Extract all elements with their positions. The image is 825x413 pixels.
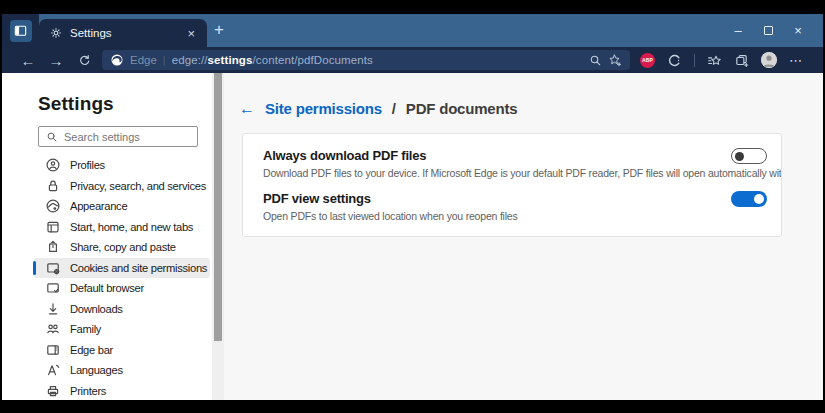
breadcrumb-current: PDF documents xyxy=(406,100,518,117)
family-icon xyxy=(45,321,61,337)
scrollbar-thumb[interactable] xyxy=(214,73,222,341)
sidebar-item-label: Printers xyxy=(70,385,106,397)
toolbar: ← → Edge | edge://settings/content/pdfDo… xyxy=(2,47,823,73)
page-title: Settings xyxy=(38,93,212,115)
vertical-tabs-icon xyxy=(13,23,28,38)
tab-title: Settings xyxy=(70,27,176,39)
address-bar[interactable]: Edge | edge://settings/content/pdfDocume… xyxy=(102,50,630,70)
sidebar-item-family[interactable]: Family xyxy=(34,319,210,340)
minimize-button[interactable]: – xyxy=(723,14,753,47)
tab-actions-area xyxy=(2,14,39,47)
sidebar-item-label: Profiles xyxy=(70,159,105,171)
settings-card: Always download PDF files Download PDF f… xyxy=(242,133,782,237)
page-content: Settings Profiles Privacy, search, and s… xyxy=(2,73,823,400)
toggle-switch[interactable] xyxy=(731,191,767,207)
breadcrumb-separator: / xyxy=(392,100,396,117)
adblock-extension-button[interactable]: ABP xyxy=(640,53,655,68)
url-separator: | xyxy=(163,54,166,66)
breadcrumb-back-button[interactable]: ← xyxy=(239,101,255,117)
setting-row: PDF view settings Open PDFs to last view… xyxy=(263,184,773,227)
sidebar-item-default-browser[interactable]: Default browser xyxy=(34,278,210,299)
sidebar-item-printers[interactable]: Printers xyxy=(34,381,210,401)
tab-settings[interactable]: Settings × xyxy=(39,19,207,47)
sidebar-item-label: Family xyxy=(70,323,101,335)
profile-avatar[interactable] xyxy=(761,52,777,68)
cookie-extension-button[interactable] xyxy=(667,53,682,68)
setting-description: Download PDF files to your device. If Mi… xyxy=(263,167,773,179)
add-favorite-button[interactable] xyxy=(608,53,622,67)
sidebar-item-appearance[interactable]: Appearance xyxy=(34,196,210,217)
sidebar-item-privacy-search-and-services[interactable]: Privacy, search, and services xyxy=(34,176,210,197)
setting-title: PDF view settings xyxy=(263,191,773,206)
refresh-button[interactable] xyxy=(70,54,98,67)
sidebar-item-label: Privacy, search, and services xyxy=(70,180,206,192)
sidebar-item-label: Edge bar xyxy=(70,344,113,356)
star-add-icon xyxy=(608,53,622,67)
printer-icon xyxy=(45,383,61,399)
page-icon xyxy=(45,219,61,235)
gear-icon xyxy=(50,27,62,39)
cookie-permissions-icon xyxy=(45,260,61,276)
sidebar-item-start-home-and-new-tabs[interactable]: Start, home, and new tabs xyxy=(34,217,210,238)
search-icon xyxy=(46,131,58,143)
tab-strip: Settings × + – × xyxy=(2,14,823,47)
edge-label: Edge xyxy=(130,54,157,66)
toolbar-extensions-area: ABP ⋯ xyxy=(640,52,803,68)
settings-sidebar: Settings Profiles Privacy, search, and s… xyxy=(2,73,212,400)
collections-button[interactable] xyxy=(734,53,749,68)
collections-icon xyxy=(734,53,749,68)
setting-row: Always download PDF files Download PDF f… xyxy=(263,141,773,184)
vertical-tabs-button[interactable] xyxy=(10,20,32,42)
breadcrumb: ← Site permissions / PDF documents xyxy=(239,100,823,117)
window-controls: – × xyxy=(723,14,813,47)
sidebar-item-share-copy-and-paste[interactable]: Share, copy and paste xyxy=(34,237,210,258)
avatar-person-icon xyxy=(761,52,777,68)
close-button[interactable]: × xyxy=(783,14,813,47)
maximize-icon xyxy=(764,26,773,35)
download-icon xyxy=(45,301,61,317)
sidebar-nav: Profiles Privacy, search, and services A… xyxy=(2,155,212,400)
forward-button[interactable]: → xyxy=(42,53,70,68)
person-icon xyxy=(45,157,61,173)
setting-title: Always download PDF files xyxy=(263,148,773,163)
browser-window: Settings × + – × ← → Edge | edge://setti… xyxy=(2,14,823,400)
new-tab-button[interactable]: + xyxy=(214,21,224,38)
sidebar-item-downloads[interactable]: Downloads xyxy=(34,299,210,320)
sidebar-item-cookies-and-site-permissions[interactable]: Cookies and site permissions xyxy=(34,258,210,279)
toggle-switch[interactable] xyxy=(731,148,767,164)
languages-icon xyxy=(45,362,61,378)
sidebar-item-languages[interactable]: Languages xyxy=(34,360,210,381)
maximize-button[interactable] xyxy=(753,14,783,47)
refresh-icon xyxy=(78,54,91,67)
main-panel: ← Site permissions / PDF documents Alway… xyxy=(224,73,823,400)
search-settings-input[interactable] xyxy=(64,131,190,143)
cookie-icon xyxy=(667,53,682,68)
breadcrumb-link-site-permissions[interactable]: Site permissions xyxy=(265,100,382,117)
toolbar-divider xyxy=(694,54,695,67)
edge-bar-icon xyxy=(45,342,61,358)
appearance-icon xyxy=(45,198,61,214)
search-settings-box[interactable] xyxy=(38,126,198,147)
url-text: edge://settings/content/pdfDocuments xyxy=(172,54,373,66)
sidebar-scrollbar xyxy=(212,73,224,400)
browser-essentials-button[interactable] xyxy=(707,53,722,68)
sidebar-item-label: Default browser xyxy=(70,282,144,294)
search-icon xyxy=(589,54,602,67)
settings-menu-button[interactable]: ⋯ xyxy=(789,53,803,68)
sidebar-item-label: Start, home, and new tabs xyxy=(70,221,193,233)
back-button[interactable]: ← xyxy=(14,53,42,68)
search-in-page-button[interactable] xyxy=(589,54,602,67)
sidebar-item-label: Languages xyxy=(70,364,123,376)
share-icon xyxy=(45,239,61,255)
sidebar-item-label: Downloads xyxy=(70,303,123,315)
edge-logo-icon xyxy=(110,53,124,67)
tab-close-icon[interactable]: × xyxy=(184,26,198,41)
default-browser-icon xyxy=(45,280,61,296)
sidebar-item-label: Cookies and site permissions xyxy=(70,262,207,274)
sidebar-item-profiles[interactable]: Profiles xyxy=(34,155,210,176)
setting-description: Open PDFs to last viewed location when y… xyxy=(263,210,773,222)
sidebar-item-label: Share, copy and paste xyxy=(70,241,176,253)
star-lines-icon xyxy=(707,53,722,68)
sidebar-item-edge-bar[interactable]: Edge bar xyxy=(34,340,210,361)
sidebar-item-label: Appearance xyxy=(70,200,127,212)
